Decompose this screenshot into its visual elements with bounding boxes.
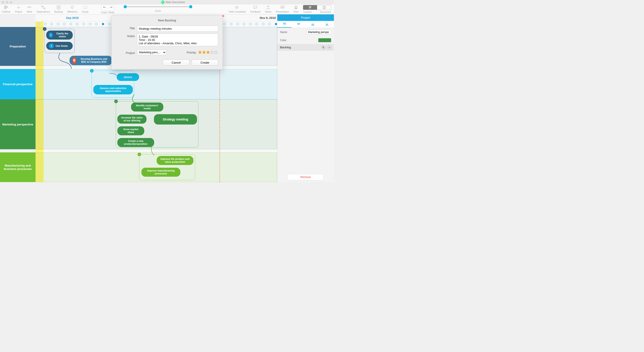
- svg-rect-3: [28, 7, 31, 8]
- name-label: Name: [280, 31, 287, 34]
- svg-rect-11: [295, 6, 297, 7]
- notes-label: Notes: [116, 34, 137, 38]
- node-develop-bsc[interactable]: Develop Business unit BSC & Company BSC: [70, 56, 112, 65]
- timeline-start-date: Sep 2018: [66, 16, 78, 20]
- lane-financial[interactable]: Financial perspective: [0, 69, 36, 99]
- svg-rect-10: [294, 7, 297, 9]
- svg-rect-7: [84, 6, 87, 9]
- title-label: Title: [116, 26, 137, 30]
- add-backlog-button[interactable]: ＋: [327, 45, 331, 50]
- priority-star-5[interactable]: [214, 52, 218, 55]
- sp-tab-align-bottom[interactable]: [306, 21, 320, 28]
- svg-rect-17: [324, 6, 325, 9]
- svg-rect-1: [4, 7, 8, 8]
- node-increase-value[interactable]: Increase the value of our offering: [117, 115, 146, 124]
- segment-content[interactable]: [303, 5, 317, 10]
- tb-share[interactable]: Share: [265, 5, 271, 13]
- node-drivers[interactable]: drivers: [117, 73, 139, 81]
- tb-hide-completed[interactable]: Hide Completed: [229, 5, 246, 13]
- undo-button[interactable]: [102, 6, 108, 10]
- sp-tab-align-4[interactable]: [320, 21, 334, 28]
- backlog-section-header: Backlog ✎ ＋: [277, 44, 334, 51]
- tb-backlog[interactable]: Backlog: [54, 5, 63, 13]
- tb-dependency[interactable]: Dependency: [37, 5, 50, 13]
- backlog-notes-input[interactable]: [137, 34, 218, 46]
- svg-rect-13: [309, 6, 312, 7]
- redo-button[interactable]: [108, 6, 114, 10]
- sp-tab-align-2[interactable]: [292, 21, 306, 28]
- timeline-end-date: Nov 6, 2018: [260, 16, 276, 20]
- node-identify-needs[interactable]: Identify customers' needs: [131, 102, 163, 111]
- tb-presentation[interactable]: Presentation: [276, 5, 289, 13]
- segment-view: ContentDocument: [303, 5, 331, 13]
- lane-manufacturing[interactable]: Manufacturing and business processes: [0, 152, 36, 182]
- tb-scope[interactable]: Scope: [82, 5, 89, 13]
- info-icon: i: [49, 33, 53, 38]
- collapse-icon[interactable]: –: [114, 100, 118, 103]
- collapse-icon[interactable]: –: [43, 27, 46, 31]
- backlog-project-select[interactable]: Marketing pers…: [137, 50, 166, 55]
- node-assess-cost[interactable]: Assess cost-reduction opportunities: [93, 85, 133, 94]
- priority-star-4[interactable]: [210, 52, 214, 55]
- edit-backlog-button[interactable]: ✎: [321, 45, 325, 50]
- titlebar: New Document: [0, 0, 334, 5]
- collapse-icon[interactable]: –: [90, 69, 94, 73]
- app-icon: [160, 0, 165, 5]
- node-improve-product[interactable]: Improve the product and value propositio…: [156, 156, 194, 165]
- location-pin-icon: [72, 57, 76, 64]
- new-backlog-dialog: × New Backlog Title Notes Project Market…: [111, 15, 223, 69]
- lane-marketing[interactable]: Marketing perspective: [0, 99, 36, 149]
- remove-button[interactable]: Remove: [288, 174, 324, 180]
- svg-rect-4: [42, 6, 43, 7]
- sp-tab-align-top[interactable]: [277, 21, 292, 28]
- tb-project[interactable]: Project: [15, 5, 22, 13]
- segment-document[interactable]: [317, 5, 331, 10]
- node-improve-mfg[interactable]: Improve manufacturing processes: [141, 168, 180, 177]
- svg-rect-14: [309, 7, 312, 8]
- svg-rect-15: [309, 8, 310, 8]
- dialog-close-icon[interactable]: ×: [222, 14, 224, 19]
- node-strategy-meeting[interactable]: Strategy meeting: [154, 114, 197, 124]
- tb-outlines[interactable]: Outlines: [2, 5, 10, 13]
- window-zoom-btn[interactable]: [10, 1, 12, 4]
- sidepanel-title: Project: [277, 14, 334, 21]
- project-label: Project: [116, 50, 137, 55]
- window-minimize-btn[interactable]: [6, 1, 8, 4]
- backlog-title-input[interactable]: [137, 26, 218, 32]
- tb-work[interactable]: Work: [27, 5, 32, 13]
- color-label: Color: [280, 39, 286, 42]
- create-button[interactable]: Create: [192, 60, 218, 66]
- tb-undo-redo: Undo / Redo: [101, 5, 114, 14]
- priority-star-2[interactable]: [202, 52, 206, 55]
- node-clarify-vision[interactable]: iClarify the vision: [46, 31, 73, 40]
- window-close-btn[interactable]: [2, 1, 4, 4]
- dialog-title: New Backlog: [112, 16, 222, 25]
- cancel-button[interactable]: Cancel: [163, 60, 190, 66]
- tb-print[interactable]: Print: [294, 5, 298, 13]
- node-use-goals[interactable]: iUse Goals: [46, 42, 73, 50]
- priority-label: Priority:: [187, 51, 196, 54]
- node-create-product[interactable]: Create a new product/proposition: [117, 138, 154, 147]
- toolbar: Outlines Project Work Dependency Backlog…: [0, 5, 334, 14]
- svg-rect-0: [4, 6, 7, 7]
- project-name-input[interactable]: [306, 30, 331, 35]
- info-icon: i: [49, 43, 54, 48]
- collapse-icon[interactable]: –: [138, 153, 141, 156]
- node-grow-share[interactable]: Grow market share: [117, 126, 144, 135]
- color-swatch[interactable]: [318, 38, 331, 42]
- priority-star-1[interactable]: [198, 52, 202, 55]
- svg-rect-5: [44, 8, 45, 9]
- tb-feedback[interactable]: Feedback: [250, 5, 260, 13]
- svg-rect-2: [4, 8, 6, 9]
- window-title: New Document: [166, 1, 185, 4]
- zoom-slider[interactable]: Zoom: [122, 5, 194, 12]
- lane-preparation[interactable]: Preparation: [0, 27, 36, 66]
- tb-milestone[interactable]: Milestone: [67, 5, 78, 13]
- svg-rect-16: [323, 6, 325, 9]
- side-panel: Project Name Color Backlog ✎ ＋ Remove: [277, 14, 334, 182]
- priority-star-3[interactable]: [206, 52, 210, 55]
